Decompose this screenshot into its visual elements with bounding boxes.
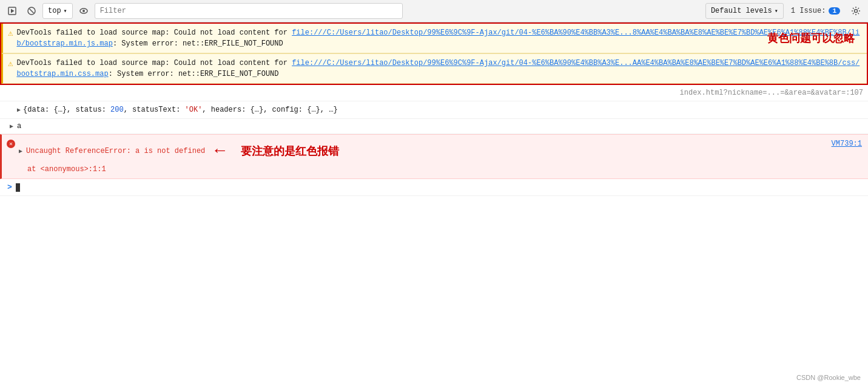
warning-row-2: ⚠ DevTools failed to load source map: Co…	[1, 53, 867, 84]
issues-badge: 1 Issue: 1	[786, 5, 845, 16]
error-file-link[interactable]: VM739:1	[832, 140, 862, 148]
settings-button[interactable]	[847, 3, 864, 19]
red-arrow-icon: ←	[215, 138, 225, 164]
svg-marker-1	[11, 9, 15, 13]
final-prompt-gt: >	[7, 183, 12, 192]
warning-text-1: DevTools failed to load source map: Coul…	[16, 27, 862, 49]
error-sub-text: at <anonymous>:1:1	[19, 164, 863, 175]
svg-point-5	[82, 10, 85, 12]
url-info-line: index.html?nickname=...=&area=&avatar=:1…	[0, 85, 868, 101]
response-line: ▶ {data: {…}, status: 200, statusText: '…	[0, 101, 868, 119]
warning-icon-2: ⚠	[8, 58, 13, 69]
final-input-line: >	[0, 179, 868, 196]
console-content: ⚠ DevTools failed to load source map: Co…	[0, 22, 868, 269]
play-button[interactable]	[4, 3, 21, 19]
context-chevron: ▾	[64, 7, 67, 15]
stop-button[interactable]	[23, 3, 40, 19]
devtools-toolbar: top ▾ Default levels ▾ 1 Issue: 1	[0, 0, 868, 22]
context-select[interactable]: top ▾	[42, 3, 73, 19]
info-url: index.html?nickname=...=&area=&avatar=:1…	[680, 89, 863, 97]
levels-label: Default levels	[711, 7, 772, 15]
watermark: CSDN @Rookie_wbe	[796, 374, 861, 381]
warn2-post: : System error: net::ERR_FILE_NOT_FOUND	[109, 70, 279, 78]
levels-chevron: ▾	[775, 7, 778, 15]
warning-row-1: ⚠ DevTools failed to load source map: Co…	[1, 24, 867, 53]
svg-line-3	[30, 9, 34, 13]
error-main-text: ▶ Uncaught ReferenceError: a is not defi…	[19, 138, 863, 164]
error-main: Uncaught ReferenceError: a is not define…	[26, 146, 205, 157]
error-expand-arrow[interactable]: ▶	[19, 147, 22, 156]
warning-text-2: DevTools failed to load source map: Coul…	[16, 58, 862, 80]
levels-select[interactable]: Default levels ▾	[705, 3, 784, 19]
warning-icon-1: ⚠	[8, 28, 13, 38]
warn2-pre: DevTools failed to load source map: Coul…	[16, 59, 292, 67]
response-obj: {data: {…}, status: 200, statusText: 'OK…	[23, 104, 338, 115]
context-label: top	[48, 7, 61, 15]
issues-count: 1	[829, 7, 840, 15]
input-a-value: a	[17, 122, 21, 130]
warn1-post: : System error: net::ERR_FILE_NOT_FOUND	[113, 39, 283, 48]
error-icon: ✕	[7, 140, 15, 148]
issues-label: 1 Issue:	[791, 7, 826, 15]
error-content: ▶ Uncaught ReferenceError: a is not defi…	[19, 138, 863, 175]
svg-point-6	[855, 10, 858, 13]
eye-button[interactable]	[75, 3, 92, 19]
warning-section: ⚠ DevTools failed to load source map: Co…	[0, 22, 868, 85]
yellow-annotation: 黄色问题可以忽略	[767, 31, 855, 46]
expand-arrow[interactable]: ▶	[17, 106, 21, 115]
error-block: ✕ ▶ Uncaught ReferenceError: a is not de…	[0, 134, 868, 179]
cursor-bar	[16, 183, 20, 192]
filter-input[interactable]	[95, 3, 403, 19]
input-prompt-arrow: ▶	[10, 123, 13, 130]
red-annotation: 要注意的是红色报错	[241, 143, 339, 160]
input-a-line: ▶ a	[0, 119, 868, 134]
empty-area	[0, 196, 868, 269]
warn1-pre: DevTools failed to load source map: Coul…	[16, 29, 292, 37]
